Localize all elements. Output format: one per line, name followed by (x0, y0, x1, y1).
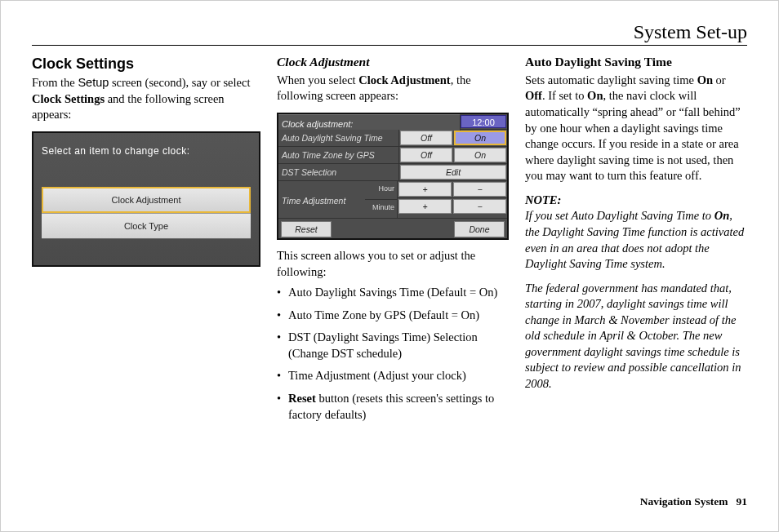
intro-setup-word: Setup (78, 76, 109, 89)
screen-spacer (33, 162, 259, 187)
ca-bold: Clock Adjustment (358, 73, 450, 86)
p1-c: . If set to (542, 89, 587, 102)
note-label: NOTE: (525, 193, 747, 209)
manual-page: System Set-up Clock Settings From the Se… (0, 0, 779, 532)
intro-text-1: From the (32, 76, 78, 89)
auto-dst-off-button[interactable]: Off (400, 131, 452, 145)
ca-row-dst-selection: DST Selection (278, 164, 399, 180)
intro-paragraph: From the Setup screen (second), say or s… (32, 75, 260, 123)
screen-bottom-spacer (33, 239, 259, 265)
bottom-row-spacer (332, 220, 453, 238)
hour-plus-button[interactable]: + (398, 182, 452, 197)
p1-on2: On (587, 89, 603, 102)
page-title: System Set-up (634, 21, 747, 43)
ca-text-1: When you select (277, 73, 358, 86)
bullet-5-rest: button (resets this screen's settings to… (288, 392, 494, 421)
heading-auto-dst: Auto Daylight Saving Time (525, 54, 747, 71)
ca-row-auto-tz: Auto Time Zone by GPS (278, 147, 399, 163)
ca-screen-clock: 12:00 (461, 115, 506, 128)
p1-d: , the navi clock will automatically “spr… (525, 89, 741, 182)
bullet-list: Auto Daylight Savings Time (Default = On… (277, 285, 509, 429)
note1-a: If you set Auto Daylight Saving Time to (525, 209, 714, 222)
bullet-1: Auto Daylight Savings Time (Default = On… (277, 285, 509, 308)
minute-label: Minute (365, 199, 398, 218)
auto-dst-paragraph: Sets automatic daylight saving time On o… (525, 73, 747, 184)
reset-button[interactable]: Reset (281, 221, 332, 237)
auto-tz-off-button[interactable]: Off (400, 148, 452, 162)
bullet-3: DST (Daylight Savings Time) Selection (C… (277, 330, 509, 368)
intro-bold-clock-settings: Clock Settings (32, 92, 105, 105)
p1-on: On (697, 73, 713, 86)
page-footer: Navigation System 91 (640, 495, 747, 508)
column-3: Auto Daylight Saving Time Sets automatic… (525, 52, 747, 434)
p1-a: Sets automatic daylight saving time (525, 73, 697, 86)
heading-clock-settings: Clock Settings (32, 54, 260, 73)
bullet-5: Reset button (resets this screen's setti… (277, 391, 509, 429)
clock-settings-screen: Select an item to change clock: Clock Ad… (32, 131, 260, 267)
bullet-2: Auto Time Zone by GPS (Default = On) (277, 308, 509, 330)
footer-label: Navigation System (640, 495, 728, 508)
heading-clock-adjustment: Clock Adjustment (277, 54, 509, 71)
auto-dst-on-button[interactable]: On (454, 131, 506, 145)
dst-edit-button[interactable]: Edit (400, 165, 506, 180)
after-screen-text: This screen allows you to set or adjust … (277, 248, 509, 280)
page-title-row: System Set-up (32, 21, 747, 45)
hour-label: Hour (365, 181, 398, 199)
clock-adjustment-screen: Clock adjustment: 12:00 Auto Daylight Sa… (277, 113, 509, 240)
minute-minus-button[interactable]: − (453, 199, 506, 214)
ca-row-auto-dst: Auto Daylight Saving Time (278, 130, 399, 146)
column-2: Clock Adjustment When you select Clock A… (277, 52, 509, 434)
screen-title: Select an item to change clock: (33, 133, 259, 162)
clock-adjustment-paragraph: When you select Clock Adjustment, the fo… (277, 73, 509, 104)
p1-off: Off (525, 89, 542, 102)
ca-screen-title: Clock adjustment: (278, 114, 461, 131)
bullet-5-bold: Reset (288, 392, 316, 405)
column-1: Clock Settings From the Setup screen (se… (32, 52, 260, 434)
content-columns: Clock Settings From the Setup screen (se… (32, 52, 747, 434)
minute-plus-button[interactable]: + (398, 199, 452, 214)
note-paragraph-1: If you set Auto Daylight Saving Time to … (525, 208, 747, 272)
hour-minus-button[interactable]: − (453, 182, 506, 197)
note-paragraph-2: The federal government has mandated that… (525, 281, 747, 392)
footer-page-number: 91 (737, 495, 748, 508)
done-button[interactable]: Done (454, 221, 505, 237)
ca-row-time-adjustment: Time Adjustment (278, 181, 365, 218)
p1-b: or (713, 73, 726, 86)
auto-tz-on-button[interactable]: On (454, 148, 506, 162)
note1-on: On (714, 209, 730, 222)
bullet-4: Time Adjustment (Adjust your clock) (277, 368, 509, 391)
header-rule (32, 45, 747, 46)
screen-item-clock-adjustment[interactable]: Clock Adjustment (42, 187, 251, 213)
screen-item-clock-type[interactable]: Clock Type (42, 213, 251, 239)
intro-text-2: screen (second), say or select (109, 76, 250, 89)
